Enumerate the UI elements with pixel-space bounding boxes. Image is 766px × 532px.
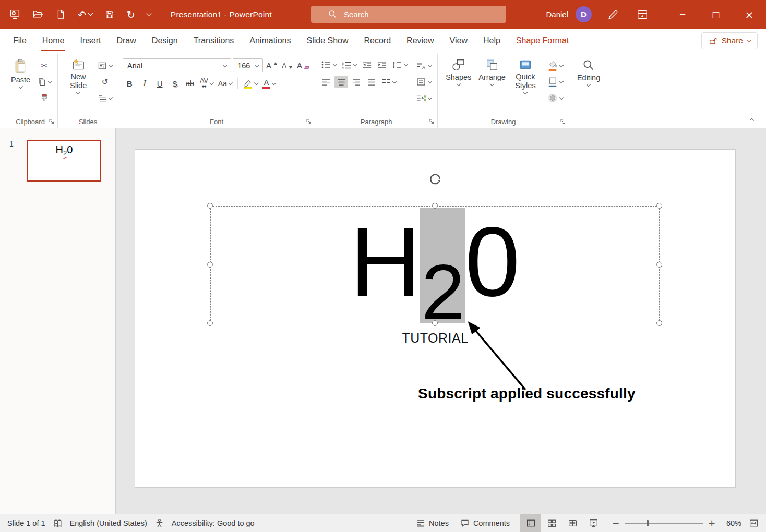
slide-indicator[interactable]: Slide 1 of 1 — [7, 519, 45, 527]
shape-effects-button[interactable] — [546, 92, 565, 104]
align-left-button[interactable] — [319, 76, 333, 88]
section-button[interactable] — [96, 92, 114, 104]
inking-pen-icon[interactable] — [607, 9, 619, 20]
ribbon-display-options-icon[interactable] — [637, 9, 648, 20]
selection-handle-top-right[interactable] — [656, 203, 662, 209]
align-text-button[interactable] — [414, 76, 433, 88]
undo-button[interactable]: ↶ — [78, 9, 92, 20]
increase-indent-button[interactable] — [375, 58, 389, 71]
textbox-selection-border[interactable] — [210, 206, 660, 323]
drawing-dialog-launcher[interactable] — [560, 118, 566, 125]
tab-home[interactable]: Home — [34, 29, 73, 53]
paste-button[interactable]: Paste — [7, 56, 34, 91]
character-spacing-button[interactable]: AV↔ — [198, 77, 215, 90]
strikethrough-button[interactable]: ab — [183, 77, 197, 90]
language-indicator[interactable]: English (United States) — [70, 519, 147, 527]
new-slide-button[interactable]: New Slide — [62, 56, 94, 96]
search-bar[interactable]: Search — [311, 6, 506, 23]
share-button[interactable]: Share — [701, 32, 758, 49]
font-dialog-launcher[interactable] — [306, 118, 312, 125]
reset-slide-button[interactable]: ↺ — [96, 76, 114, 88]
normal-view-button[interactable] — [520, 514, 541, 532]
tutorial-text[interactable]: TUTORIAL — [370, 331, 500, 346]
selection-handle-middle-right[interactable] — [656, 262, 662, 268]
save-icon[interactable] — [104, 9, 115, 20]
new-file-icon[interactable] — [55, 9, 66, 20]
underline-button[interactable]: U — [153, 77, 166, 90]
tab-record[interactable]: Record — [356, 29, 399, 53]
paragraph-dialog-launcher[interactable] — [428, 118, 435, 125]
decrease-font-size-button[interactable]: A — [280, 59, 294, 72]
selection-handle-middle-left[interactable] — [207, 262, 213, 268]
text-direction-button[interactable]: A — [414, 59, 433, 72]
cut-button[interactable]: ✂ — [35, 59, 53, 72]
zoom-slider-thumb[interactable] — [647, 520, 649, 526]
zoom-slider[interactable] — [625, 523, 703, 524]
tab-slide-show[interactable]: Slide Show — [298, 29, 356, 53]
text-highlight-color-button[interactable] — [242, 77, 259, 90]
selection-handle-bottom-right[interactable] — [656, 320, 662, 326]
avatar[interactable]: D — [576, 6, 592, 22]
minimize-button[interactable]: − — [666, 0, 699, 29]
fit-slide-to-window-icon[interactable] — [749, 518, 759, 528]
format-painter-button[interactable] — [35, 92, 53, 104]
tab-view[interactable]: View — [442, 29, 475, 53]
text-shadow-button[interactable]: S — [168, 77, 182, 90]
slide-sorter-view-button[interactable] — [541, 514, 562, 532]
user-name[interactable]: Daniel — [546, 10, 568, 19]
tab-transitions[interactable]: Transitions — [186, 29, 242, 53]
collapse-ribbon-button[interactable] — [745, 114, 759, 125]
increase-font-size-button[interactable]: A — [265, 59, 279, 72]
copy-button[interactable] — [35, 76, 53, 88]
clear-formatting-button[interactable]: A — [295, 59, 310, 72]
slide-canvas[interactable]: H20 TUTORIAL Subscript applied successfu… — [116, 128, 766, 514]
tab-shape-format[interactable]: Shape Format — [508, 29, 577, 53]
notes-button[interactable]: Notes — [416, 518, 449, 528]
reading-view-button[interactable] — [562, 514, 583, 532]
redo-icon[interactable]: ↻ — [127, 9, 135, 20]
tab-design[interactable]: Design — [144, 29, 186, 53]
justify-button[interactable] — [365, 76, 378, 88]
tab-animations[interactable]: Animations — [242, 29, 298, 53]
italic-button[interactable]: I — [138, 77, 151, 90]
line-spacing-button[interactable] — [390, 58, 409, 71]
spell-check-icon[interactable] — [53, 518, 63, 528]
comments-button[interactable]: Comments — [460, 518, 510, 528]
shape-fill-button[interactable] — [546, 59, 565, 72]
tab-help[interactable]: Help — [475, 29, 508, 53]
tab-file[interactable]: File — [5, 29, 34, 53]
shapes-button[interactable]: Shapes — [442, 56, 475, 88]
editing-button[interactable]: Editing — [573, 56, 604, 89]
customize-quick-access-chevron[interactable] — [146, 11, 151, 16]
zoom-percentage[interactable]: 60% — [719, 519, 741, 527]
zoom-out-button[interactable]: − — [612, 518, 619, 528]
decrease-indent-button[interactable] — [360, 58, 374, 71]
zoom-in-button[interactable]: + — [708, 518, 715, 528]
change-case-button[interactable]: Aa — [217, 77, 234, 90]
font-name-select[interactable]: Arial — [123, 58, 231, 72]
selection-handle-bottom-left[interactable] — [207, 320, 213, 326]
open-file-icon[interactable] — [32, 9, 43, 20]
slide-layout-button[interactable] — [96, 59, 114, 72]
numbering-button[interactable]: 123 — [340, 58, 358, 71]
maximize-button[interactable]: □ — [699, 0, 733, 29]
slide-show-button[interactable] — [583, 514, 604, 532]
convert-to-smartart-button[interactable] — [414, 92, 433, 104]
slide-thumbnail-1[interactable]: H20 — [27, 140, 101, 182]
clipboard-dialog-launcher[interactable] — [49, 118, 55, 125]
bullets-button[interactable] — [319, 58, 338, 71]
tab-insert[interactable]: Insert — [72, 29, 109, 53]
arrange-button[interactable]: Arrange — [475, 56, 509, 88]
bold-button[interactable]: B — [123, 77, 136, 90]
undo-menu-chevron[interactable] — [88, 11, 93, 16]
selection-handle-top-left[interactable] — [207, 203, 213, 209]
align-right-button[interactable] — [350, 76, 363, 88]
rotate-handle[interactable] — [428, 173, 442, 187]
accessibility-status[interactable]: Accessibility: Good to go — [172, 519, 255, 527]
shape-outline-button[interactable] — [546, 76, 565, 88]
quick-styles-button[interactable]: Quick Styles — [509, 56, 542, 96]
selection-handle-bottom-center[interactable] — [432, 320, 438, 326]
tab-draw[interactable]: Draw — [109, 29, 143, 53]
annotation-text[interactable]: Subscript applied successfully — [418, 385, 636, 402]
tab-review[interactable]: Review — [399, 29, 441, 53]
